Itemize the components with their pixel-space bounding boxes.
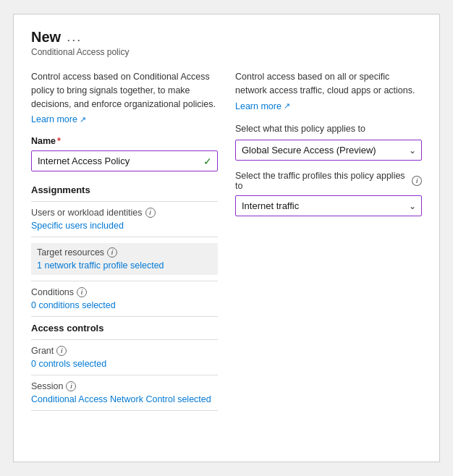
name-section: Name* ✓: [31, 136, 218, 171]
two-col-layout: Control access based on Conditional Acce…: [31, 70, 422, 447]
main-card: New ... Conditional Access policy Contro…: [13, 14, 440, 462]
users-link[interactable]: Specific users included: [31, 221, 124, 231]
header-dots: ...: [67, 30, 82, 45]
traffic-profile-dropdown-wrapper: Internet traffic ⌄: [235, 195, 422, 216]
right-description: Control access based on all or specific …: [235, 70, 422, 98]
target-resources-label: Target resources i: [37, 247, 212, 258]
left-description: Control access based on Conditional Acce…: [31, 70, 218, 111]
traffic-profile-section: Select the traffic profiles this policy …: [235, 171, 422, 216]
select-policy-dropdown[interactable]: Global Secure Access (Preview): [235, 140, 422, 161]
users-info-icon[interactable]: i: [145, 208, 156, 218]
check-icon: ✓: [203, 156, 212, 167]
select-policy-section: Select what this policy applies to Globa…: [235, 123, 422, 161]
header: New ...: [31, 29, 422, 46]
traffic-profile-label-text: Select the traffic profiles this policy …: [235, 171, 409, 191]
session-divider: [31, 410, 218, 411]
access-controls-divider: [31, 339, 218, 340]
left-learn-more-text: Learn more: [31, 114, 77, 124]
target-resources-value: 1 network traffic profile selected: [37, 260, 164, 271]
grant-label: Grant i: [31, 346, 218, 356]
session-label: Session i: [31, 381, 218, 391]
traffic-profile-dropdown[interactable]: Internet traffic: [235, 195, 422, 216]
required-star: *: [57, 136, 61, 146]
grant-subsection: Grant i 0 controls selected: [31, 346, 218, 369]
session-link[interactable]: Conditional Access Network Control selec…: [31, 394, 211, 404]
grant-divider: [31, 375, 218, 375]
right-column: Control access based on all or specific …: [235, 70, 422, 447]
grant-info-icon[interactable]: i: [56, 346, 67, 356]
conditions-subsection: Conditions i 0 conditions selected: [31, 287, 218, 310]
traffic-profile-label-row: Select the traffic profiles this policy …: [235, 171, 422, 191]
session-info-icon[interactable]: i: [66, 381, 76, 391]
access-controls-label: Access controls: [31, 323, 218, 333]
grant-link[interactable]: 0 controls selected: [31, 359, 106, 369]
assignments-section: Assignments Users or workload identities…: [31, 184, 218, 317]
conditions-link[interactable]: 0 conditions selected: [31, 300, 116, 310]
users-subsection: Users or workload identities i Specific …: [31, 208, 218, 231]
conditions-label: Conditions i: [31, 287, 218, 297]
name-label: Name*: [31, 136, 218, 146]
conditions-divider: [31, 316, 218, 317]
left-learn-more-link[interactable]: Learn more ↗: [31, 114, 86, 124]
right-learn-more-link[interactable]: Learn more ↗: [235, 101, 290, 111]
page-title: New: [31, 29, 61, 46]
name-input-wrapper: ✓: [31, 150, 218, 171]
target-divider: [31, 281, 218, 281]
target-resources-section[interactable]: Target resources i 1 network traffic pro…: [31, 243, 218, 275]
traffic-profile-info-icon[interactable]: i: [412, 176, 422, 186]
right-learn-more-text: Learn more: [235, 101, 281, 111]
conditions-info-icon[interactable]: i: [77, 287, 87, 297]
users-divider: [31, 237, 218, 237]
target-info-icon[interactable]: i: [107, 247, 117, 258]
external-link-icon: ↗: [80, 115, 86, 124]
name-input[interactable]: [31, 150, 218, 171]
users-label: Users or workload identities i: [31, 208, 218, 218]
right-external-link-icon: ↗: [284, 101, 290, 111]
assignments-divider: [31, 201, 218, 202]
page-subtitle: Conditional Access policy: [31, 47, 422, 57]
access-controls-section: Access controls Grant i 0 controls selec…: [31, 323, 218, 411]
session-subsection: Session i Conditional Access Network Con…: [31, 381, 218, 404]
left-column: Control access based on Conditional Acce…: [31, 70, 218, 447]
select-policy-dropdown-wrapper: Global Secure Access (Preview) ⌄: [235, 140, 422, 161]
select-policy-label: Select what this policy applies to: [235, 123, 422, 136]
assignments-label: Assignments: [31, 184, 218, 195]
